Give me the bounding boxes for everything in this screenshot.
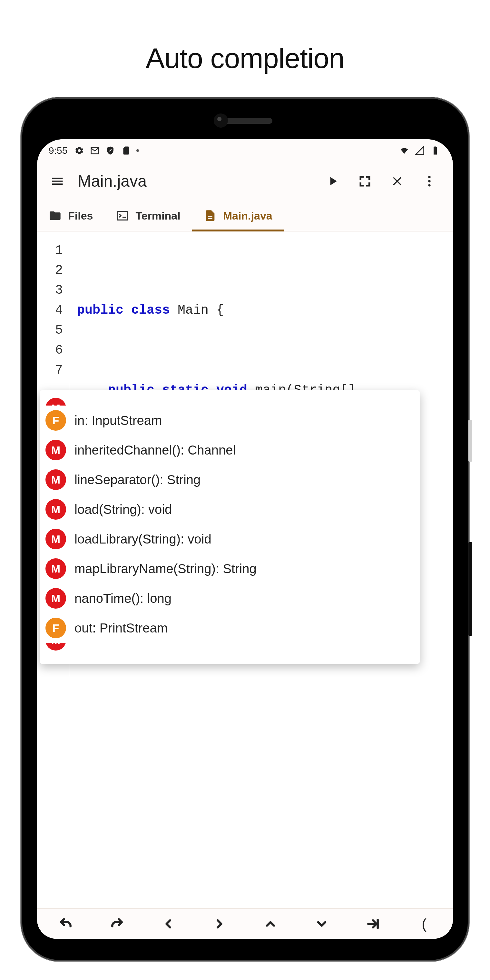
completion-item[interactable]: M lineSeparator(): String	[40, 465, 420, 495]
kind-badge-icon: F	[45, 618, 66, 638]
page-heading: Auto completion	[0, 0, 490, 75]
svg-point-2	[428, 184, 430, 186]
tab-label: Main.java	[223, 210, 272, 222]
completion-label: mapLibraryName(String): String	[75, 558, 257, 579]
tab-editor[interactable]: Main.java	[192, 200, 284, 231]
editor-toolbar: (	[37, 908, 453, 939]
chevron-up-icon	[263, 917, 278, 931]
wifi-icon	[399, 146, 409, 155]
more-vert-icon	[422, 174, 436, 188]
status-dot-icon	[136, 149, 139, 152]
file-icon	[204, 209, 216, 222]
kind-badge-icon: M	[45, 499, 66, 520]
line-number: 1	[37, 240, 63, 261]
completion-item[interactable]: M	[40, 393, 420, 406]
line-number: 4	[37, 301, 63, 320]
completion-item[interactable]: M loadLibrary(String): void	[40, 524, 420, 554]
completion-item[interactable]: M nanoTime(): long	[40, 584, 420, 613]
play-icon	[326, 174, 340, 188]
fullscreen-button[interactable]	[350, 167, 379, 196]
kind-badge-icon: M	[45, 440, 66, 460]
line-number: 7	[37, 360, 63, 380]
cursor-up-button[interactable]	[259, 913, 282, 935]
completion-item[interactable]: M mapLibraryName(String): String	[40, 554, 420, 584]
chevron-left-icon	[161, 917, 175, 931]
app-bar: Main.java	[37, 162, 453, 200]
completion-label: in: InputStream	[75, 410, 162, 430]
tab-bar: Files Terminal Main.java	[37, 200, 453, 231]
gear-icon	[75, 146, 84, 155]
redo-icon	[110, 917, 124, 931]
close-icon	[390, 174, 404, 188]
completion-label: out: PrintStream	[75, 618, 168, 638]
status-bar: 9:55	[37, 139, 453, 162]
sd-card-icon	[121, 146, 130, 155]
kind-badge-icon: F	[45, 410, 66, 431]
status-time: 9:55	[49, 145, 67, 156]
screen: 9:55 Main.java	[37, 139, 453, 939]
line-number: 5	[37, 320, 63, 340]
tab-files[interactable]: Files	[37, 200, 105, 231]
completion-label: lineSeparator(): String	[75, 470, 200, 490]
completion-item[interactable]: M load(String): void	[40, 495, 420, 524]
menu-button[interactable]	[43, 167, 72, 196]
run-button[interactable]	[318, 167, 347, 196]
cursor-left-button[interactable]	[157, 913, 180, 935]
kind-badge-icon: M	[45, 469, 66, 490]
completion-item[interactable]: F in: InputStream	[40, 406, 420, 435]
kind-badge-icon: M	[45, 529, 66, 549]
volume-button	[468, 420, 472, 461]
close-button[interactable]	[383, 167, 412, 196]
undo-button[interactable]	[54, 913, 77, 935]
fullscreen-icon	[358, 174, 372, 188]
redo-button[interactable]	[106, 913, 128, 935]
completion-item[interactable]: M inheritedChannel(): Channel	[40, 435, 420, 465]
svg-point-1	[428, 180, 430, 182]
kind-badge-icon: M	[45, 643, 66, 651]
kind-badge-icon: M	[45, 588, 66, 609]
completion-label: nanoTime(): long	[75, 588, 172, 608]
mail-icon	[90, 146, 100, 155]
chevron-down-icon	[315, 917, 329, 931]
line-number: 2	[37, 261, 63, 280]
undo-icon	[59, 917, 73, 931]
front-camera	[214, 113, 228, 128]
app-title: Main.java	[78, 172, 315, 191]
terminal-icon	[116, 209, 129, 222]
completion-item[interactable]: F out: PrintStream	[40, 613, 420, 643]
completion-label: inheritedChannel(): Channel	[75, 440, 235, 460]
power-button	[468, 542, 472, 636]
tab-icon	[366, 917, 380, 931]
chevron-right-icon	[212, 917, 227, 931]
completion-label: loadLibrary(String): void	[75, 529, 212, 549]
phone-frame: 9:55 Main.java	[21, 97, 469, 961]
tab-label: Terminal	[135, 210, 180, 222]
tab-key-button[interactable]	[362, 913, 384, 935]
battery-icon	[430, 146, 440, 155]
hamburger-icon	[50, 174, 64, 188]
completion-label: load(String): void	[75, 500, 172, 519]
cell-signal-icon	[415, 146, 425, 155]
kind-badge-icon: M	[45, 398, 66, 406]
completion-item[interactable]: M	[40, 643, 420, 654]
overflow-button[interactable]	[415, 167, 444, 196]
cursor-down-button[interactable]	[310, 913, 333, 935]
folder-icon	[49, 209, 62, 222]
svg-point-0	[428, 176, 430, 178]
line-number: 3	[37, 280, 63, 301]
code-editor[interactable]: 1 2 3 4 5 6 7 public class Main { public…	[37, 231, 453, 908]
autocomplete-popup[interactable]: M F in: InputStream M inheritedChannel()…	[40, 390, 420, 664]
cursor-right-button[interactable]	[208, 913, 231, 935]
line-number: 6	[37, 340, 63, 360]
kind-badge-icon: M	[45, 558, 66, 579]
insert-paren-button[interactable]: (	[413, 913, 436, 935]
tab-label: Files	[68, 210, 93, 222]
tab-terminal[interactable]: Terminal	[105, 200, 192, 231]
shield-icon	[105, 146, 115, 155]
